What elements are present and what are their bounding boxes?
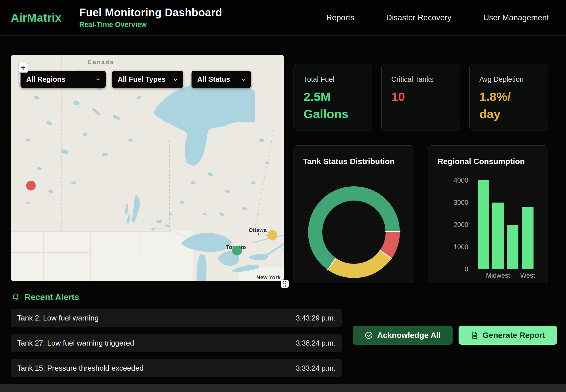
status-filter-dropdown[interactable]: All Status [192, 71, 251, 88]
zoom-in-button[interactable]: + [18, 63, 28, 73]
top-nav: Reports Disaster Recovery User Managemen… [326, 13, 549, 22]
nav-reports[interactable]: Reports [326, 13, 354, 22]
alert-time: 3:33:24 p.m. [296, 364, 335, 372]
warning-tank-marker[interactable] [268, 230, 277, 240]
city-label-new-york: New York [256, 274, 281, 280]
regional-consumption-card: Regional Consumption 01000200030004000Mi… [428, 145, 548, 283]
alert-item[interactable]: Tank 2: Low fuel warning 3:43:29 p.m. [11, 309, 342, 327]
check-circle-icon [365, 331, 373, 340]
svg-text:West: West [520, 272, 536, 279]
fuel-type-filter-dropdown[interactable]: All Fuel Types [112, 71, 183, 88]
alerts-header: Recent Alerts [11, 292, 79, 302]
generate-report-label: Generate Report [482, 331, 545, 340]
svg-text:2000: 2000 [454, 221, 468, 228]
svg-text:0: 0 [465, 266, 468, 273]
alert-item[interactable]: Tank 15: Pressure threshold exceeded 3:3… [11, 359, 342, 377]
alert-message: Tank 15: Pressure threshold exceeded [17, 364, 144, 373]
country-label-canada: Canada [87, 59, 114, 65]
region-filter-dropdown[interactable]: All Regions [21, 71, 106, 88]
chevron-down-icon [95, 77, 101, 82]
svg-text:3000: 3000 [454, 199, 468, 206]
chevron-down-icon [241, 77, 246, 82]
acknowledge-all-button[interactable]: Acknowledge All [353, 326, 453, 345]
stat-value: 2.5M Gallons [304, 88, 356, 123]
page-subtitle: Real-Time Overview [79, 21, 222, 29]
status-filter-value: All Status [197, 75, 230, 83]
svg-text:1000: 1000 [454, 243, 468, 251]
normal-tank-marker[interactable] [232, 246, 242, 255]
tank-status-card: Tank Status Distribution [294, 145, 414, 283]
map-panel: Canada Ottawa Toronto New York + − All R… [11, 55, 284, 281]
alert-time: 3:43:29 p.m. [296, 314, 335, 322]
stat-card-avg-depletion: Avg Depletion 1.8%/ day [469, 64, 548, 130]
app-header: AirMatrix Fuel Monitoring Dashboard Real… [0, 0, 566, 36]
bottom-strip [0, 384, 566, 392]
tank-status-donut-chart [294, 146, 414, 283]
alert-item[interactable]: Tank 27: Low fuel warning triggered 3:38… [11, 334, 342, 352]
regional-consumption-bar-chart: 01000200030004000MidwestWest [428, 146, 548, 283]
acknowledge-all-label: Acknowledge All [377, 331, 441, 340]
stat-card-critical-tanks: Critical Tanks 10 [381, 64, 460, 130]
map-canvas[interactable]: Canada Ottawa Toronto New York [11, 55, 284, 281]
svg-text:Midwest: Midwest [486, 272, 510, 279]
stat-card-total-fuel: Total Fuel 2.5M Gallons [294, 64, 372, 130]
page-title: Fuel Monitoring Dashboard [79, 7, 222, 19]
stat-label: Avg Depletion [479, 75, 538, 83]
ottawa-city-dot [258, 233, 259, 235]
alerts-title: Recent Alerts [25, 292, 79, 302]
alert-message: Tank 2: Low fuel warning [17, 314, 99, 322]
dashboard-page: AirMatrix Fuel Monitoring Dashboard Real… [0, 0, 566, 392]
nav-user-management[interactable]: User Management [483, 13, 549, 22]
svg-text:4000: 4000 [454, 177, 468, 184]
stat-value: 1.8%/ day [479, 88, 532, 123]
chart-title: Regional Consumption [437, 157, 525, 166]
critical-tank-marker[interactable] [26, 181, 36, 190]
stat-label: Total Fuel [304, 75, 362, 83]
nav-disaster-recovery[interactable]: Disaster Recovery [386, 13, 451, 22]
chevron-down-icon [173, 77, 178, 82]
brand-logo[interactable]: AirMatrix [11, 11, 62, 24]
title-block: Fuel Monitoring Dashboard Real-Time Over… [79, 7, 222, 29]
alert-time: 3:38:24 p.m. [296, 339, 335, 347]
stat-value: 10 [391, 88, 444, 105]
city-label-ottawa: Ottawa [249, 227, 267, 233]
fuel-type-filter-value: All Fuel Types [118, 75, 166, 83]
map-resize-grip-icon[interactable] [281, 280, 289, 288]
alert-message: Tank 27: Low fuel warning triggered [17, 339, 134, 348]
bell-icon [11, 293, 20, 301]
stat-label: Critical Tanks [391, 75, 450, 83]
report-document-icon [471, 331, 479, 339]
region-filter-value: All Regions [26, 75, 66, 83]
generate-report-button[interactable]: Generate Report [459, 326, 557, 345]
chart-title: Tank Status Distribution [303, 157, 395, 166]
map-us-land [11, 231, 193, 281]
